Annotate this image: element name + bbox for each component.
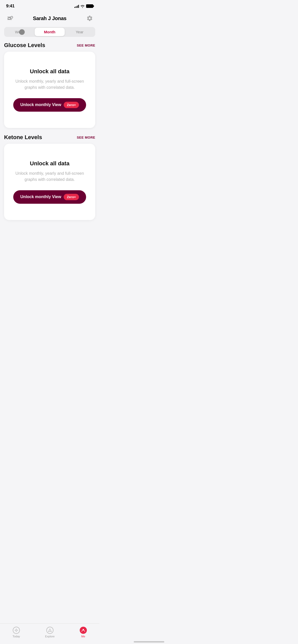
header: Sarah J Jonas <box>0 11 99 27</box>
segment-year[interactable]: Year <box>65 28 94 36</box>
ketone-card-title: Unlock all data <box>30 160 69 167</box>
ketone-card-description: Unlock monthly, yearly and full-screen g… <box>14 170 85 183</box>
glucose-see-more-button[interactable]: SEE MORE <box>77 43 95 47</box>
segment-dot <box>19 29 25 35</box>
ketone-card: Unlock all data Unlock monthly, yearly a… <box>4 144 95 220</box>
filter-icon <box>7 17 12 20</box>
battery-icon <box>86 4 93 8</box>
gear-button[interactable] <box>85 14 94 23</box>
signal-icon <box>74 4 79 8</box>
gear-icon <box>86 15 93 22</box>
ketone-section-title: Ketone Levels <box>4 134 42 141</box>
ketone-section: Ketone Levels SEE MORE Unlock all data U… <box>0 134 99 226</box>
ketone-section-header: Ketone Levels SEE MORE <box>4 134 95 141</box>
glucose-card-title: Unlock all data <box>30 68 69 75</box>
glucose-unlock-button[interactable]: Unlock monthly View Zero+ <box>13 98 86 112</box>
wifi-icon <box>80 4 85 8</box>
ketone-see-more-button[interactable]: SEE MORE <box>77 136 95 139</box>
segment-control: Week Month Year <box>4 27 95 37</box>
status-icons <box>74 4 93 8</box>
glucose-section-header: Glucose Levels SEE MORE <box>4 42 95 49</box>
filter-button[interactable] <box>5 14 14 23</box>
glucose-card-description: Unlock monthly, yearly and full-screen g… <box>14 78 85 91</box>
status-bar: 9:41 <box>0 0 99 11</box>
glucose-unlock-button-text: Unlock monthly View <box>20 103 61 107</box>
segment-month[interactable]: Month <box>35 28 64 36</box>
content-scroll: Glucose Levels SEE MORE Unlock all data … <box>0 42 99 252</box>
glucose-section-title: Glucose Levels <box>4 42 45 49</box>
glucose-section: Glucose Levels SEE MORE Unlock all data … <box>0 42 99 134</box>
glucose-card: Unlock all data Unlock monthly, yearly a… <box>4 52 95 128</box>
status-time: 9:41 <box>6 4 15 9</box>
ketone-unlock-button-text: Unlock monthly View <box>20 195 61 199</box>
glucose-zero-plus-badge: Zero+ <box>64 102 79 108</box>
ketone-unlock-button[interactable]: Unlock monthly View Zero+ <box>13 190 86 204</box>
header-title: Sarah J Jonas <box>33 16 66 21</box>
ketone-zero-plus-badge: Zero+ <box>64 194 79 200</box>
